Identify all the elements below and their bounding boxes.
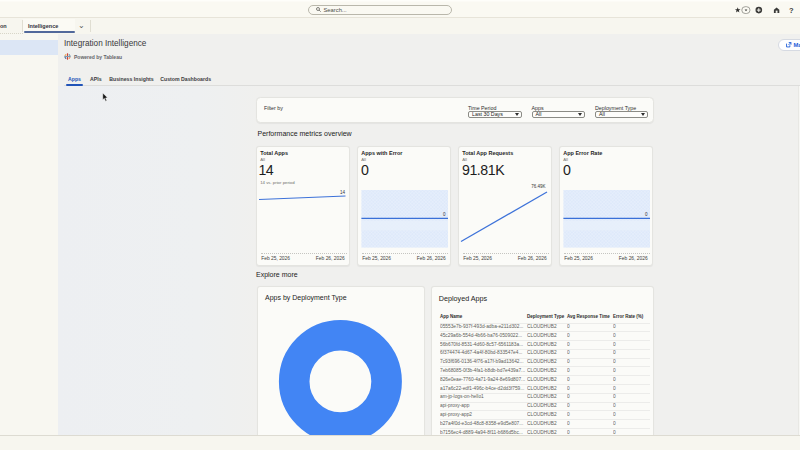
- svg-text:76.49K: 76.49K: [531, 184, 545, 189]
- svg-text:?: ?: [789, 6, 794, 15]
- svg-text:14: 14: [340, 189, 346, 194]
